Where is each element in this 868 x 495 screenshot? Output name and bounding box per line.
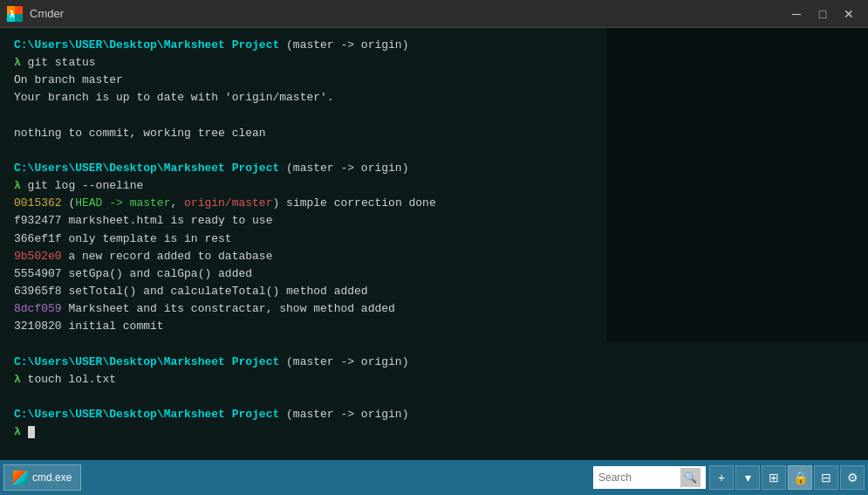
terminal-line: On branch master (14, 72, 854, 89)
maximize-button[interactable]: □ (810, 5, 835, 23)
grid-button[interactable]: ⊞ (762, 465, 786, 490)
terminal-blank (14, 142, 854, 160)
taskbar-icon-group: + ▾ ⊞ 🔒 ⊟ ⚙ (709, 465, 865, 490)
terminal-line: C:\Users\USER\Desktop\Marksheet Project … (14, 37, 854, 54)
svg-text:λ: λ (10, 10, 15, 19)
new-tab-button[interactable]: + (709, 465, 734, 490)
taskbar-app-item[interactable]: cmd.exe (3, 464, 81, 491)
terminal-line: λ git log --oneline (14, 177, 854, 195)
terminal-line: 9b502e0 a new record added to database (14, 248, 854, 265)
terminal-line: C:\Users\USER\Desktop\Marksheet Project … (14, 160, 854, 177)
split-button[interactable]: ⊟ (814, 465, 838, 490)
prompt-path: C:\Users\USER\Desktop\Marksheet Project (14, 355, 279, 368)
terminal-line: 8dcf059 Marksheet and its constractar, s… (14, 300, 854, 318)
terminal-line: 5554907 setGpa() and calGpa() added (14, 265, 854, 283)
taskbar-app-icon (13, 471, 27, 485)
window-controls: ─ □ ✕ (784, 5, 861, 23)
search-input[interactable] (598, 471, 677, 484)
prompt-path: C:\Users\USER\Desktop\Marksheet Project (14, 38, 279, 52)
taskbar-app-label: cmd.exe (32, 471, 72, 484)
cursor (28, 426, 35, 438)
search-button[interactable]: 🔍 (680, 468, 701, 487)
lock-button[interactable]: 🔒 (788, 465, 812, 490)
minimize-button[interactable]: ─ (784, 5, 809, 23)
app-icon: λ (7, 6, 23, 22)
title-bar: λ Cmder ─ □ ✕ (0, 0, 868, 28)
terminal-line: 366ef1f only template is in rest (14, 230, 854, 248)
terminal-line: C:\Users\USER\Desktop\Marksheet Project … (14, 406, 854, 423)
terminal-line: C:\Users\USER\Desktop\Marksheet Project … (14, 354, 854, 371)
terminal-line: λ (14, 423, 854, 441)
terminal-line: Your branch is up to date with 'origin/m… (14, 89, 854, 107)
terminal-line: 63965f8 setTotal() and calculateTotal() … (14, 283, 854, 300)
terminal-line: 0015362 (HEAD -> master, origin/master) … (14, 195, 854, 212)
terminal-area[interactable]: C:\Users\USER\Desktop\Marksheet Project … (0, 28, 868, 460)
tab-dropdown-button[interactable]: ▾ (735, 465, 760, 490)
svg-rect-1 (15, 6, 23, 14)
svg-rect-3 (15, 14, 23, 22)
terminal-line: f932477 marksheet.html is ready to use (14, 212, 854, 230)
terminal-line: 3210820 initial commit (14, 318, 854, 335)
taskbar: cmd.exe 🔍 + ▾ ⊞ 🔒 ⊟ ⚙ (0, 460, 868, 495)
terminal-line: λ git status (14, 54, 854, 72)
taskbar-search-box[interactable]: 🔍 (593, 466, 706, 489)
prompt-path: C:\Users\USER\Desktop\Marksheet Project (14, 408, 279, 421)
prompt-path: C:\Users\USER\Desktop\Marksheet Project (14, 162, 279, 175)
terminal-blank (14, 107, 854, 125)
window-title: Cmder (30, 7, 784, 20)
close-button[interactable]: ✕ (837, 5, 861, 23)
terminal-line: nothing to commit, working tree clean (14, 125, 854, 142)
terminal-blank (14, 388, 854, 406)
terminal-blank (14, 335, 854, 353)
terminal-line: λ touch lol.txt (14, 371, 854, 388)
settings-button[interactable]: ⚙ (840, 465, 865, 490)
